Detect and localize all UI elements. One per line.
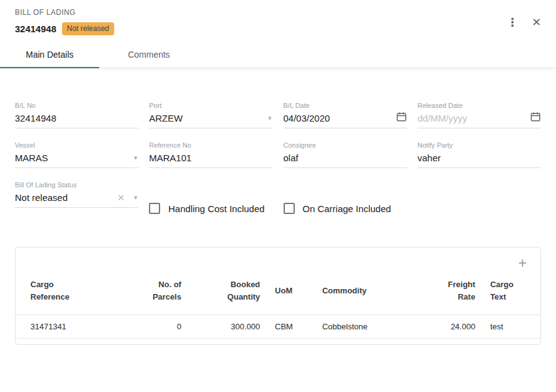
bl-date-field: B/L Date	[284, 102, 407, 128]
vessel-label: Vessel	[15, 141, 138, 149]
reference-no-label: Reference No	[149, 141, 272, 149]
kebab-menu-icon[interactable]: ⋮	[507, 17, 518, 28]
cell-no-of-parcels: 0	[131, 315, 189, 339]
close-icon[interactable]: ✕	[532, 17, 541, 28]
column-header-cargo-text: Cargo Text	[483, 271, 540, 315]
vessel-select[interactable]	[15, 149, 138, 168]
on-carriage-checkbox[interactable]	[284, 203, 295, 214]
cell-commodity: Cobbelstone	[315, 315, 409, 339]
column-header-freight-rate: Freight Rate	[409, 271, 482, 315]
header-titles: BILL OF LADING 32414948 Not released	[15, 8, 114, 35]
cell-booked-quantity: 300.000	[189, 315, 267, 339]
consignee-label: Consignee	[284, 141, 407, 149]
tab-bar: Main Details Comments	[0, 40, 556, 68]
status-badge: Not released	[62, 22, 114, 35]
cell-cargo-text: test	[483, 315, 540, 339]
released-date-field: Released Date	[418, 102, 541, 128]
cargo-table: Cargo Reference No. of Parcels Booked Qu…	[16, 271, 540, 339]
column-header-no-of-parcels: No. of Parcels	[131, 271, 189, 315]
column-header-commodity: Commodity	[315, 271, 409, 315]
handling-cost-checkbox-field: Handling Cost Included	[149, 196, 272, 221]
handling-cost-checkbox[interactable]	[149, 203, 160, 214]
on-carriage-checkbox-field: On Carriage Included	[284, 196, 407, 221]
bol-status-field: Bill Of Lading Status ✕ ▾	[15, 181, 138, 208]
chevron-down-icon[interactable]: ▾	[134, 154, 138, 161]
cargo-card: + Cargo Reference No. of Parcels Booked …	[15, 247, 541, 345]
form-row-1: B/L No Port ▾ B/L Date Released Date	[15, 102, 541, 141]
port-field: Port ▾	[149, 102, 272, 128]
cell-freight-rate: 24.000	[409, 315, 482, 339]
cargo-card-toolbar: +	[16, 247, 540, 271]
cell-cargo-reference: 31471341	[16, 315, 131, 339]
column-header-uom: UoM	[267, 271, 315, 315]
header-actions: ⋮ ✕	[507, 17, 541, 28]
dialog-header: BILL OF LADING 32414948 Not released ⋮ ✕	[0, 0, 556, 40]
dialog-kicker: BILL OF LADING	[15, 8, 114, 17]
calendar-icon[interactable]	[396, 111, 407, 123]
consignee-field: Consignee	[284, 141, 407, 168]
port-select[interactable]	[149, 109, 272, 128]
cargo-table-header-row: Cargo Reference No. of Parcels Booked Qu…	[16, 271, 540, 315]
main-details-panel: B/L No Port ▾ B/L Date Released Date	[0, 68, 556, 345]
column-header-booked-quantity: Booked Quantity	[189, 271, 267, 315]
notify-party-label: Notify Party	[418, 141, 541, 149]
released-date-label: Released Date	[418, 102, 541, 109]
cell-uom: CBM	[267, 315, 315, 339]
released-date-input[interactable]	[418, 109, 541, 128]
calendar-icon[interactable]	[530, 111, 541, 123]
tab-main-details[interactable]: Main Details	[0, 40, 99, 68]
reference-no-input[interactable]	[149, 149, 272, 168]
bl-date-input[interactable]	[284, 109, 407, 128]
on-carriage-label: On Carriage Included	[303, 203, 392, 214]
column-header-cargo-reference: Cargo Reference	[16, 271, 131, 315]
bol-status-label: Bill Of Lading Status	[15, 181, 138, 189]
cargo-table-row[interactable]: 31471341 0 300.000 CBM Cobbelstone 24.00…	[16, 315, 540, 339]
bl-no-field: B/L No	[15, 102, 138, 128]
clear-icon[interactable]: ✕	[117, 193, 125, 202]
bill-of-lading-number: 32414948	[15, 24, 56, 34]
chevron-down-icon[interactable]: ▾	[268, 115, 272, 122]
reference-no-field: Reference No	[149, 141, 272, 168]
tab-comments[interactable]: Comments	[99, 40, 199, 68]
vessel-field: Vessel ▾	[15, 141, 138, 168]
add-cargo-icon[interactable]: +	[518, 255, 527, 271]
bl-no-input[interactable]	[15, 109, 138, 128]
bl-date-label: B/L Date	[284, 102, 407, 109]
port-label: Port	[149, 102, 272, 109]
form-row-2: Vessel ▾ Reference No Consignee Notify P…	[15, 141, 541, 181]
bl-no-label: B/L No	[15, 102, 138, 109]
notify-party-field: Notify Party	[418, 141, 541, 168]
consignee-input[interactable]	[284, 149, 407, 168]
chevron-down-icon[interactable]: ▾	[134, 194, 138, 201]
handling-cost-label: Handling Cost Included	[168, 203, 264, 214]
form-row-3: Bill Of Lading Status ✕ ▾ Handling Cost …	[15, 181, 541, 221]
notify-party-input[interactable]	[418, 149, 541, 168]
